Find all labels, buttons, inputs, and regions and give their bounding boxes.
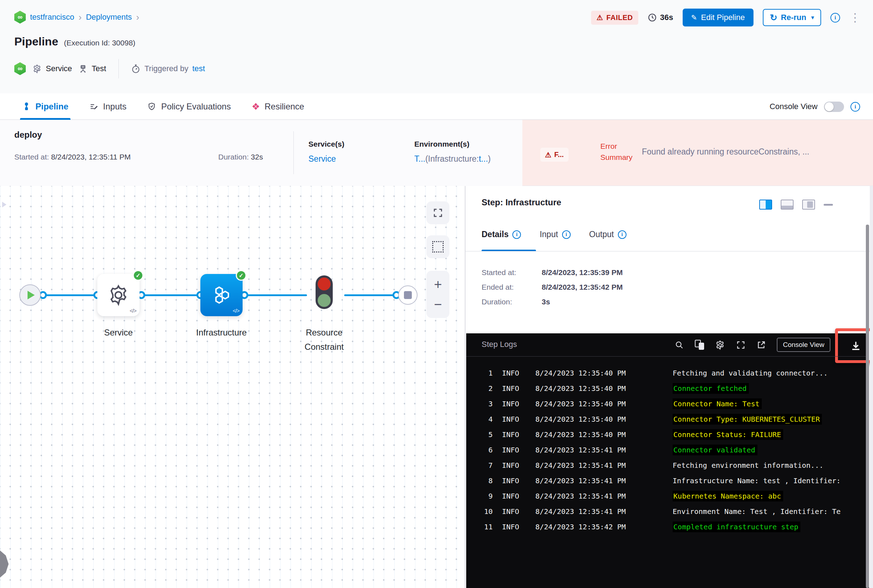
header-actions: ⚠ FAILED 36s ✎ Edit Pipeline ↻ Re-run ▾ …: [591, 9, 861, 27]
divider: [293, 131, 294, 174]
error-summary-label: Error Summary: [600, 141, 633, 163]
tab-input[interactable]: Input i: [539, 230, 570, 239]
elapsed-value: 36s: [660, 13, 673, 22]
console-view-button[interactable]: Console View: [777, 338, 831, 352]
edit-pipeline-button[interactable]: ✎ Edit Pipeline: [683, 9, 753, 27]
expand-nav-handle[interactable]: [0, 546, 9, 583]
inputs-icon: [89, 102, 98, 111]
open-in-new-icon[interactable]: [756, 340, 766, 350]
service-node-label: Service: [75, 326, 161, 340]
log-line: 6INFO8/24/2023 12:35:41 PMConnector vali…: [483, 442, 869, 458]
infrastructure-step-node[interactable]: </> ✓: [200, 274, 243, 316]
warning-icon: ⚠: [597, 14, 603, 21]
environment-link[interactable]: T...: [414, 154, 425, 164]
layout-floating-panel-button[interactable]: [802, 200, 815, 210]
elapsed-time: 36s: [648, 13, 673, 22]
console-view-toggle[interactable]: [824, 102, 844, 112]
log-line: 4INFO8/24/2023 12:35:40 PMConnector Type…: [483, 411, 869, 427]
play-icon: [27, 291, 35, 299]
input-info-icon[interactable]: i: [562, 230, 571, 239]
service-step-node[interactable]: </> ✓: [97, 274, 140, 316]
panel-layout-controls: [759, 200, 833, 210]
layout-horizontal-split-button[interactable]: [781, 200, 793, 210]
error-summary-strip: ⚠ F... Error Summary Found already runni…: [522, 120, 873, 186]
panel-scrollbar-track[interactable]: [870, 186, 873, 588]
ended-at-row: Ended at: 8/24/2023, 12:35:42 PM: [482, 283, 623, 291]
service-link[interactable]: Service: [308, 154, 336, 164]
tab-policy-evaluations[interactable]: Policy Evaluations: [147, 93, 231, 120]
details-info-icon[interactable]: i: [512, 230, 521, 239]
code-glyph: </>: [129, 308, 136, 314]
step-logs-title: Step Logs: [482, 340, 517, 349]
infrastructure-node-label: Infrastructure: [179, 326, 264, 340]
warning-icon: ⚠: [545, 151, 551, 159]
stage-summary-left: deploy Started at: 8/24/2023, 12:35:11 P…: [0, 120, 522, 186]
service-meta[interactable]: Service: [32, 64, 72, 74]
tab-inputs[interactable]: Inputs: [89, 93, 126, 120]
start-node[interactable]: [19, 284, 41, 306]
infrastructure-link[interactable]: t...: [479, 154, 488, 164]
resource-constraint-step-node[interactable]: [316, 275, 333, 309]
breadcrumb-project-link[interactable]: testfrancisco: [30, 12, 74, 22]
harness-cd-icon: ∞: [14, 62, 26, 75]
breadcrumb-deployments-link[interactable]: Deployments: [86, 12, 132, 22]
log-line: 8INFO8/24/2023 12:35:41 PMInfrastructure…: [483, 473, 869, 488]
output-info-icon[interactable]: i: [618, 230, 627, 239]
pipeline-icon: [22, 102, 31, 111]
console-view-info-icon[interactable]: i: [850, 102, 860, 112]
clock-icon: [648, 13, 657, 22]
stop-icon: [404, 291, 412, 299]
success-check-icon: ✓: [236, 270, 246, 281]
pipeline-meta-row: ∞ Service Test Triggered by test: [14, 60, 205, 77]
page-title: Pipeline: [14, 35, 58, 48]
chevron-right-icon: ›: [136, 13, 140, 21]
step-detail-panel: Step: Infrastructure Details i Input i O…: [465, 186, 873, 588]
zoom-out-button[interactable]: −: [434, 298, 442, 311]
tab-details[interactable]: Details i: [482, 230, 521, 239]
gear-icon: [32, 64, 42, 74]
toggle-knob: [825, 102, 834, 111]
edge-rc-end: [344, 294, 398, 296]
services-header: Service(s): [308, 140, 344, 148]
zoom-in-button[interactable]: +: [434, 278, 442, 291]
end-node[interactable]: [398, 285, 418, 305]
download-icon[interactable]: [850, 340, 862, 352]
expand-icon: [433, 207, 443, 218]
stopwatch-icon: [131, 64, 141, 74]
resource-constraint-node-label: Resource Constraint: [281, 326, 367, 354]
canvas-marquee-select-button[interactable]: [427, 236, 449, 258]
settings-gear-icon[interactable]: [715, 340, 725, 350]
copy-icon[interactable]: [695, 340, 704, 350]
layout-vertical-split-button[interactable]: [759, 200, 772, 210]
canvas-zoom-panel: + −: [427, 271, 449, 318]
panel-scrollbar-thumb[interactable]: [866, 225, 869, 588]
status-badge-failed: ⚠ FAILED: [591, 11, 638, 25]
more-options-menu[interactable]: ⋮: [849, 12, 861, 23]
canvas-fit-view-button[interactable]: [427, 201, 449, 224]
tab-output[interactable]: Output i: [589, 230, 627, 239]
duration-row: Duration: 3s: [482, 298, 623, 306]
hexagons-icon: [210, 284, 233, 306]
log-line: 11INFO8/24/2023 12:35:42 PMCompleted inf…: [483, 519, 869, 534]
tab-resilience[interactable]: ❖ Resilience: [251, 93, 304, 120]
search-icon[interactable]: [675, 340, 684, 350]
environment-meta[interactable]: Test: [78, 64, 106, 74]
tab-pipeline[interactable]: Pipeline: [22, 93, 68, 120]
step-logs-header: Step Logs Console View: [466, 333, 869, 356]
fullscreen-icon[interactable]: [736, 340, 745, 350]
log-line: 9INFO8/24/2023 12:35:41 PMKubernetes Nam…: [483, 488, 869, 504]
step-logs-console: Step Logs Console View 1INFO8/24/2023 12…: [466, 333, 869, 588]
stage-started-at: Started at: 8/24/2023, 12:35:11 PM: [14, 153, 131, 161]
edge-infra-rc: [244, 294, 307, 296]
pipeline-canvas[interactable]: </> ✓ Service </> ✓ Infrastructure Resou…: [0, 186, 465, 588]
minimize-panel-button[interactable]: [823, 204, 833, 206]
refresh-icon: ↻: [770, 13, 777, 22]
rerun-info-icon[interactable]: i: [831, 13, 840, 22]
stage-name: deploy: [14, 130, 42, 140]
trigger-user-link[interactable]: test: [192, 64, 205, 74]
step-detail-tabs: Details i Input i Output i: [482, 230, 627, 239]
execution-tab-bar: Pipeline Inputs Policy Evaluations ❖ Res…: [0, 93, 873, 120]
status-badge-label: FAILED: [607, 14, 633, 22]
rerun-button[interactable]: ↻ Re-run ▾: [763, 9, 821, 26]
pipeline-execution-page: ∞ testfrancisco › Deployments › ⚠ FAILED…: [0, 0, 873, 588]
